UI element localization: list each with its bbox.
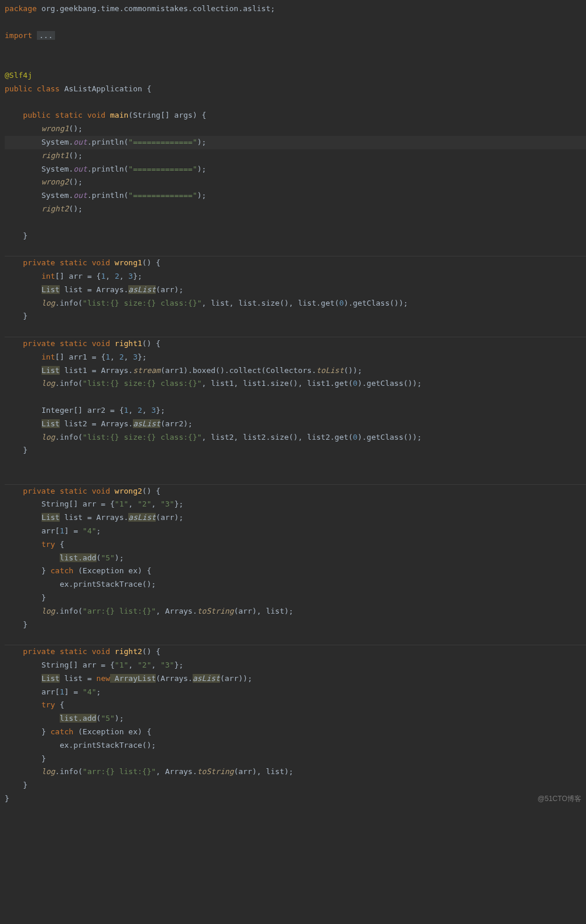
code-line[interactable]: }: [5, 230, 586, 243]
code-line[interactable]: try {: [5, 538, 586, 552]
code-line[interactable]: }: [5, 792, 586, 806]
code-line[interactable]: int[] arr = {1, 2, 3};: [5, 270, 586, 283]
code-line[interactable]: public static void main(String[] args) {: [5, 109, 586, 122]
keyword-new: new: [97, 674, 110, 683]
keyword-catch: catch: [50, 727, 73, 736]
keyword-try: try: [42, 700, 55, 709]
code-line[interactable]: List list = Arrays.asList(arr);: [5, 511, 586, 525]
method-mods: private static void: [23, 258, 110, 267]
import-fold[interactable]: ...: [37, 31, 55, 40]
keyword-int: int: [42, 272, 55, 280]
code-line[interactable]: log.info("list:{} size:{} class:{}", lis…: [5, 377, 586, 391]
call-aslist: asList: [193, 674, 220, 683]
code-line[interactable]: System.out.println("=============");: [5, 189, 586, 203]
code-line[interactable]: [5, 56, 586, 69]
code-line[interactable]: arr[1] = "4";: [5, 525, 586, 538]
field-log: log: [42, 433, 55, 442]
code-line[interactable]: String[] arr = {"1", "2", "3"};: [5, 659, 586, 672]
code-line[interactable]: List list2 = Arrays.asList(arr2);: [5, 417, 586, 431]
call-aslist: asList: [133, 419, 160, 428]
code-line[interactable]: ex.printStackTrace();: [5, 578, 586, 591]
code-line[interactable]: List list = Arrays.asList(arr);: [5, 283, 586, 297]
class-mods: public class: [5, 84, 60, 93]
type-arraylist: ArrayList: [110, 674, 156, 683]
keyword-catch: catch: [50, 566, 73, 575]
string-literal: "list:{} size:{} class:{}": [83, 433, 202, 442]
code-line[interactable]: @Slf4j: [5, 69, 586, 83]
code-line[interactable]: wrong1();: [5, 122, 586, 136]
code-line[interactable]: List list = new ArrayList(Arrays.asList(…: [5, 672, 586, 686]
code-line[interactable]: } catch (Exception ex) {: [5, 725, 586, 739]
code-line[interactable]: log.info("list:{} size:{} class:{}", lis…: [5, 431, 586, 444]
code-line[interactable]: private static void right2() {: [5, 645, 586, 659]
type-list: List: [42, 419, 60, 428]
method-mods: private static void: [23, 487, 110, 495]
code-line[interactable]: } catch (Exception ex) {: [5, 564, 586, 578]
code-line[interactable]: }: [5, 618, 586, 632]
code-line[interactable]: String[] arr = {"1", "2", "3"};: [5, 498, 586, 511]
package-name: org.geekbang.time.commonmistakes.collect…: [42, 4, 270, 13]
method-mods: public static void: [23, 111, 105, 119]
code-line[interactable]: [5, 16, 586, 29]
code-line[interactable]: }: [5, 779, 586, 792]
code-line[interactable]: [5, 391, 586, 404]
code-line[interactable]: System.out.println("=============");: [5, 163, 586, 176]
code-line[interactable]: Integer[] arr2 = {1, 2, 3};: [5, 404, 586, 417]
code-line[interactable]: [5, 42, 586, 56]
code-line[interactable]: [5, 631, 586, 645]
code-line[interactable]: int[] arr1 = {1, 2, 3};: [5, 351, 586, 364]
brace: {: [142, 84, 152, 93]
code-line[interactable]: log.info("arr:{} list:{}", Arrays.toStri…: [5, 605, 586, 618]
method-name-right1: right1: [115, 339, 142, 348]
code-line[interactable]: }: [5, 310, 586, 323]
call-stream: stream: [133, 366, 160, 375]
field-out: out: [73, 191, 87, 200]
code-line[interactable]: public class AsListApplication {: [5, 83, 586, 96]
string-literal: "=============": [128, 138, 197, 146]
code-line[interactable]: arr[1] = "4";: [5, 686, 586, 699]
code-line[interactable]: try {: [5, 699, 586, 712]
code-line[interactable]: wrong2();: [5, 176, 586, 189]
code-line[interactable]: }: [5, 752, 586, 766]
field-out: out: [73, 165, 87, 173]
code-line[interactable]: }: [5, 591, 586, 605]
code-line[interactable]: [5, 471, 586, 484]
code-line[interactable]: [5, 457, 586, 471]
code-line[interactable]: [5, 242, 586, 256]
code-line[interactable]: private static void wrong1() {: [5, 256, 586, 270]
call-wrong1: wrong1: [42, 124, 69, 133]
code-line[interactable]: private static void right1() {: [5, 337, 586, 351]
call-wrong2: wrong2: [42, 177, 69, 186]
code-line[interactable]: right2();: [5, 203, 586, 216]
code-line[interactable]: log.info("arr:{} list:{}", Arrays.toStri…: [5, 765, 586, 779]
code-line-current[interactable]: System.out.println("=============");: [5, 136, 586, 149]
code-line[interactable]: import ...: [5, 29, 586, 43]
annotation-slf4j: @Slf4j: [5, 71, 32, 80]
code-line[interactable]: list.add("5");: [5, 552, 586, 565]
code-line[interactable]: }: [5, 444, 586, 457]
method-name-main: main: [110, 111, 128, 119]
code-line[interactable]: log.info("list:{} size:{} class:{}", lis…: [5, 297, 586, 310]
type-list: List: [42, 513, 60, 522]
type-list: List: [42, 366, 60, 375]
method-params: (String[] args) {: [128, 111, 206, 119]
code-line[interactable]: [5, 323, 586, 337]
watermark: @51CTO博客: [537, 792, 581, 806]
string-literal: "=============": [128, 165, 197, 173]
string-literal: "list:{} size:{} class:{}": [83, 379, 202, 388]
call-right1: right1: [42, 151, 69, 160]
code-line[interactable]: List list1 = Arrays.stream(arr1).boxed()…: [5, 364, 586, 378]
code-line[interactable]: list.add("5");: [5, 712, 586, 725]
code-line[interactable]: [5, 216, 586, 230]
code-line[interactable]: [5, 96, 586, 109]
code-line[interactable]: package org.geekbang.time.commonmistakes…: [5, 2, 586, 16]
code-line[interactable]: ex.printStackTrace();: [5, 739, 586, 752]
code-line[interactable]: right1();: [5, 149, 586, 163]
type-list: List: [42, 285, 60, 294]
code-editor[interactable]: package org.geekbang.time.commonmistakes…: [0, 0, 586, 808]
call-tostring: toString: [197, 767, 234, 776]
field-log: log: [42, 767, 55, 776]
code-line[interactable]: private static void wrong2() {: [5, 485, 586, 498]
keyword-try: try: [42, 540, 55, 549]
call-aslist: asList: [128, 285, 156, 294]
